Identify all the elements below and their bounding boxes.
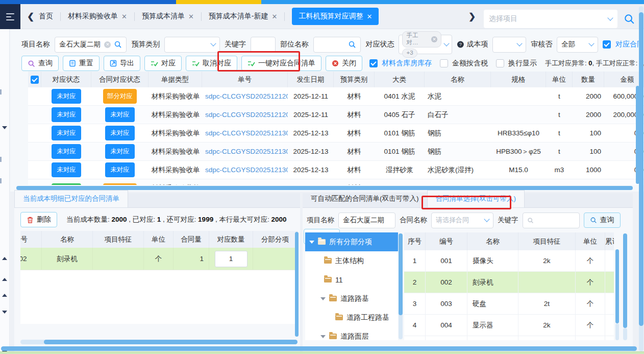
tree-expand-icon[interactable] (320, 297, 326, 300)
part-name-input[interactable] (313, 37, 361, 53)
select-all-checkbox-cell[interactable] (28, 72, 41, 87)
table-row[interactable]: 未对应未对应材料采购验收单sdpc-CLCGYSD20251213002025-… (28, 124, 644, 143)
doc-no-link[interactable]: sdpc-CLCGYSD2025121300 (205, 148, 288, 155)
chevron-up-icon[interactable] (2, 294, 7, 297)
table-row[interactable]: 未对应未对应材料采购验收单sdpc-CLCGYSD20251213002025-… (28, 143, 644, 161)
match-qty-input[interactable]: 1 (215, 251, 247, 267)
search-icon[interactable] (348, 40, 356, 49)
doc-no-link[interactable]: sdpc-CLCGYSD2025121300 (205, 166, 288, 174)
matched-table-row[interactable]: 002刻录机个11 (20, 248, 298, 270)
horizontal-scrollbar[interactable] (16, 186, 633, 190)
vertical-scrollbar[interactable] (399, 233, 403, 315)
clear-icon[interactable]: ✕ (104, 41, 111, 48)
audit-select[interactable]: 全部 (557, 37, 598, 53)
search-icon[interactable] (114, 40, 122, 49)
status-badge[interactable]: 未对应 (105, 162, 135, 177)
select-all-checkbox[interactable] (31, 76, 39, 84)
chevron-down-icon[interactable] (2, 311, 7, 314)
tree-expand-icon[interactable] (320, 335, 326, 338)
project-name-input[interactable]: 金石大厦二期 ✕ (55, 37, 127, 53)
contract-query-button[interactable]: 查询 (584, 213, 621, 228)
table-row[interactable]: 已对应部分对应材料采购验收单2025-12-13材料 (28, 179, 644, 185)
cost-item-select[interactable] (492, 37, 526, 53)
material-warehouse-checkbox[interactable] (369, 59, 378, 67)
close-tab-icon[interactable]: ✕ (121, 13, 127, 20)
search-icon[interactable] (624, 13, 635, 25)
unmatch-button[interactable]: 取消对应 (186, 56, 237, 71)
contract-item-row[interactable]: 4004显示器2k个 (404, 315, 614, 336)
tree-expand-icon[interactable] (309, 241, 314, 244)
vertical-scrollbar[interactable] (623, 233, 627, 328)
nav-tab-5[interactable]: 工料机预算对应调整✕ (292, 8, 379, 25)
query-button[interactable]: 查询 (21, 56, 59, 71)
status-badge[interactable]: 未对应 (52, 126, 81, 140)
contract-item-row[interactable]: 5005网线超五类米 (404, 336, 614, 340)
page-vertical-scrollbar[interactable] (639, 12, 643, 326)
help-icon[interactable]: ? (457, 40, 464, 49)
match-status-multiselect[interactable]: 手工对…✕ +3 (399, 35, 452, 54)
contract-match-checkbox[interactable] (603, 40, 611, 49)
chevron-down-icon[interactable] (2, 126, 7, 129)
table-row[interactable]: 未对应未对应材料采购验收单sdpc-CLCGYSD20251212002025-… (28, 106, 644, 124)
tabs-scroll-left-icon[interactable]: ❮ (27, 11, 34, 22)
tree-item-3[interactable]: 11 (305, 270, 398, 289)
page-horizontal-scrollbar[interactable] (1, 346, 637, 351)
match-button[interactable]: 对应 (144, 56, 182, 71)
amount-with-tax-checkbox[interactable] (440, 59, 448, 67)
nav-tab-2[interactable]: 材料采购验收单✕ (68, 12, 127, 21)
contract-item-row[interactable]: 1001摄像头2k个 (404, 250, 614, 272)
nav-tab-1[interactable]: 首页 (39, 12, 53, 21)
wrap-line-checkbox[interactable] (496, 59, 504, 67)
status-badge[interactable]: 未对应 (52, 107, 81, 122)
budget-type-select[interactable] (164, 37, 219, 53)
chevron-up-icon[interactable] (2, 257, 7, 260)
close-tab-icon[interactable]: ✕ (366, 13, 372, 20)
keyword-input[interactable] (523, 213, 580, 228)
doc-no-link[interactable]: sdpc-CLCGYSD2025121300 (205, 129, 288, 137)
remove-tag-icon[interactable]: ✕ (431, 36, 437, 42)
table-row[interactable]: 未对应部分对应材料采购验收单sdpc-CLCGYSD20251212002025… (28, 87, 644, 106)
tree-item-5[interactable]: 道路工程路基 (305, 308, 398, 327)
vertical-scrollbar[interactable] (615, 249, 619, 323)
tab-contract-list-select[interactable]: 合同清单选择(双击可带入) (427, 190, 525, 207)
status-badge[interactable]: 部分对应 (103, 183, 137, 185)
close-button[interactable]: 关闭 (326, 56, 362, 71)
nav-tab-4[interactable]: 预算成本清单-新建✕ (209, 12, 278, 21)
nav-tab-3[interactable]: 预算成本清单✕ (142, 12, 194, 21)
contract-name-select[interactable]: 请选择合同 (431, 213, 493, 228)
project-name-input[interactable]: 金石大厦二期 (338, 213, 395, 228)
vertical-scrollbar[interactable] (295, 232, 299, 337)
tree-item-2[interactable]: 主体结构 (305, 251, 398, 270)
status-badge[interactable]: 未对应 (105, 126, 135, 140)
status-badge[interactable]: 未对应 (52, 162, 81, 177)
chevron-up-icon[interactable] (2, 278, 7, 281)
status-badge[interactable]: 未对应 (52, 89, 81, 104)
export-button[interactable]: 导出 (104, 56, 140, 71)
doc-no-link[interactable]: sdpc-CLCGYSD2025121200 (205, 92, 288, 100)
tab-matched-contract-list[interactable]: 当前成本明细已对应的合同清单 (14, 190, 128, 207)
tree-item-6[interactable]: 道路面层 (305, 327, 398, 340)
keyword-input[interactable] (251, 37, 276, 53)
doc-no-link[interactable]: sdpc-CLCGYSD2025121200 (205, 111, 288, 119)
status-badge[interactable]: 未对应 (105, 107, 135, 122)
status-badge[interactable]: 未对应 (105, 144, 135, 159)
status-badge[interactable]: 未对应 (52, 144, 81, 159)
tree-item-1[interactable]: 所有分部分项 (305, 232, 398, 251)
match-status-tag[interactable]: 手工对…✕ (402, 31, 441, 48)
contract-item-row[interactable]: 2002刻录机个 (404, 272, 614, 293)
table-row[interactable]: 未对应未对应材料采购验收单sdpc-CLCGYSD20251213002025-… (28, 161, 644, 179)
close-tab-icon[interactable]: ✕ (188, 13, 194, 20)
hamburger-menu-icon[interactable] (0, 4, 20, 29)
horizontal-scrollbar[interactable] (44, 340, 298, 344)
delete-button[interactable]: 删除 (20, 212, 57, 227)
one-key-match-button[interactable]: 一键对应合同清单 (241, 56, 321, 71)
tab-auto-match-contract-list[interactable]: 可自动匹配的合同清单(双击可带入) (303, 191, 427, 207)
status-badge[interactable]: 已对应 (52, 183, 81, 185)
tree-item-4[interactable]: 道路路基 (305, 289, 398, 308)
project-select[interactable]: 选择项目 (484, 10, 617, 28)
contract-item-row[interactable]: 3003硬盘2t个 (404, 293, 614, 315)
tabs-scroll-right-icon[interactable]: ❯ (468, 11, 476, 22)
reset-button[interactable]: 重置 (63, 56, 100, 71)
close-tab-icon[interactable]: ✕ (271, 13, 277, 20)
status-badge[interactable]: 部分对应 (103, 89, 137, 104)
